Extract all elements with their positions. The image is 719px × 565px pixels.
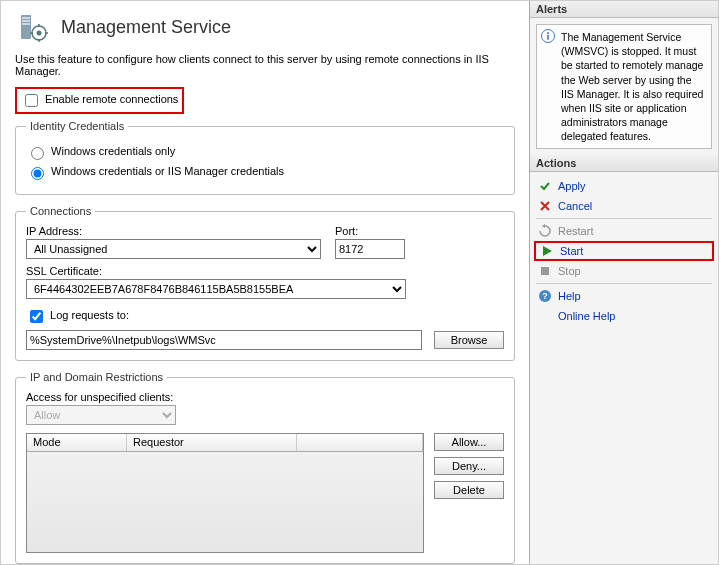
ip-label: IP Address: — [26, 225, 321, 237]
svg-rect-2 — [22, 20, 30, 22]
enable-remote-highlight: Enable remote connections — [15, 87, 184, 114]
page-description: Use this feature to configure how client… — [15, 53, 515, 77]
delete-button[interactable]: Delete — [434, 481, 504, 499]
svg-rect-12 — [547, 35, 549, 40]
port-input[interactable] — [335, 239, 405, 259]
log-requests-checkbox-label[interactable]: Log requests to: — [26, 309, 129, 321]
cancel-action[interactable]: Cancel — [530, 196, 718, 216]
enable-remote-checkbox-label[interactable]: Enable remote connections — [21, 93, 178, 105]
main-content: Management Service Use this feature to c… — [1, 1, 529, 564]
col-mode[interactable]: Mode — [27, 434, 127, 451]
svg-rect-3 — [22, 23, 30, 25]
restrictions-legend: IP and Domain Restrictions — [26, 371, 167, 383]
service-icon — [15, 9, 51, 45]
page-title: Management Service — [61, 17, 231, 38]
restart-action: Restart — [530, 221, 718, 241]
help-action[interactable]: ? Help — [530, 286, 718, 306]
info-icon — [541, 29, 555, 43]
start-action[interactable]: Start — [534, 241, 714, 261]
log-path-input[interactable] — [26, 330, 422, 350]
separator — [536, 218, 712, 219]
connections-legend: Connections — [26, 205, 95, 217]
radio-windows-only-label[interactable]: Windows credentials only — [26, 145, 175, 157]
restrictions-table[interactable]: Mode Requestor — [26, 433, 424, 553]
actions-title: Actions — [530, 155, 718, 172]
restrictions-group: IP and Domain Restrictions Access for un… — [15, 371, 515, 564]
start-icon — [540, 244, 554, 258]
svg-point-11 — [547, 32, 549, 34]
apply-action[interactable]: Apply — [530, 176, 718, 196]
help-icon: ? — [538, 289, 552, 303]
radio-windows-only[interactable] — [31, 147, 44, 160]
col-requestor[interactable]: Requestor — [127, 434, 297, 451]
radio-windows-or-iis[interactable] — [31, 167, 44, 180]
table-header: Mode Requestor — [27, 434, 423, 452]
port-label: Port: — [335, 225, 405, 237]
spacer-icon — [538, 309, 552, 323]
alerts-title: Alerts — [530, 1, 718, 18]
log-requests-checkbox[interactable] — [30, 310, 43, 323]
stop-action: Stop — [530, 261, 718, 281]
connections-group: Connections IP Address: All Unassigned P… — [15, 205, 515, 361]
side-panel: Alerts The Management Service (WMSVC) is… — [529, 1, 718, 564]
ip-select[interactable]: All Unassigned — [26, 239, 321, 259]
alert-message: The Management Service (WMSVC) is stoppe… — [536, 24, 712, 149]
stop-icon — [538, 264, 552, 278]
radio-windows-or-iis-label[interactable]: Windows credentials or IIS Manager crede… — [26, 165, 284, 177]
cancel-icon — [538, 199, 552, 213]
separator-2 — [536, 283, 712, 284]
svg-rect-13 — [541, 267, 549, 275]
col-empty — [297, 434, 423, 451]
ssl-label: SSL Certificate: — [26, 265, 406, 277]
actions-list: Apply Cancel Restart Start Stop — [530, 172, 718, 330]
access-label: Access for unspecified clients: — [26, 391, 176, 403]
svg-point-5 — [37, 31, 42, 36]
page-header: Management Service — [15, 9, 515, 45]
apply-icon — [538, 179, 552, 193]
deny-button[interactable]: Deny... — [434, 457, 504, 475]
restart-icon — [538, 224, 552, 238]
allow-button[interactable]: Allow... — [434, 433, 504, 451]
online-help-action[interactable]: Online Help — [530, 306, 718, 326]
identity-credentials-group: Identity Credentials Windows credentials… — [15, 120, 515, 195]
enable-remote-checkbox[interactable] — [25, 94, 38, 107]
browse-button[interactable]: Browse — [434, 331, 504, 349]
svg-rect-1 — [22, 17, 30, 19]
identity-legend: Identity Credentials — [26, 120, 128, 132]
ssl-select[interactable]: 6F4464302EEB7A678F8476B846115BA5B8155BEA — [26, 279, 406, 299]
svg-text:?: ? — [542, 291, 548, 301]
access-select[interactable]: Allow — [26, 405, 176, 425]
